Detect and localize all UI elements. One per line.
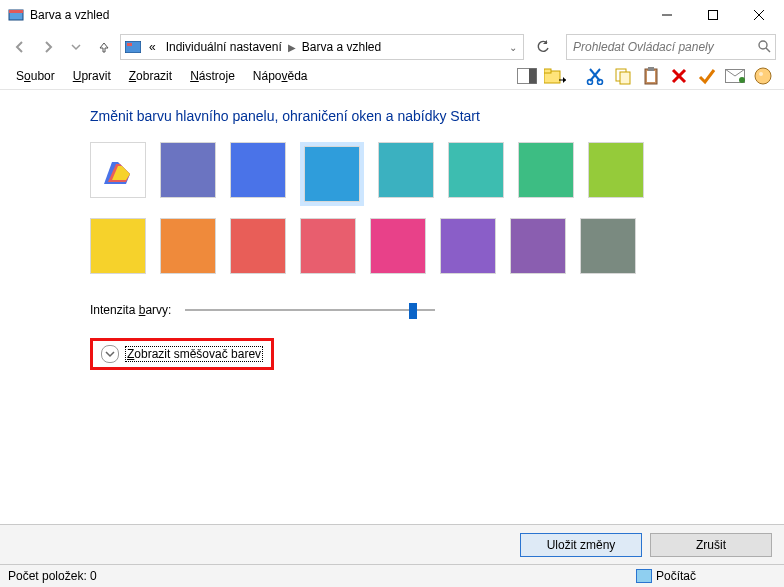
- app-icon: [8, 7, 24, 23]
- svg-point-16: [588, 80, 593, 85]
- computer-icon: [636, 569, 652, 583]
- cancel-button[interactable]: Zrušit: [650, 533, 772, 557]
- color-swatch[interactable]: [580, 218, 636, 274]
- color-swatch[interactable]: [370, 218, 426, 274]
- mail-icon[interactable]: [722, 63, 748, 89]
- menu-help[interactable]: Nápověda: [245, 66, 316, 86]
- svg-rect-7: [127, 43, 132, 46]
- chevron-down-icon[interactable]: ⌄: [505, 40, 521, 55]
- svg-rect-11: [529, 69, 537, 84]
- recent-dropdown[interactable]: [64, 35, 88, 59]
- check-icon[interactable]: [694, 63, 720, 89]
- color-swatch[interactable]: [510, 218, 566, 274]
- item-count-label: Počet položek: 0: [8, 569, 97, 583]
- globe-icon[interactable]: [750, 63, 776, 89]
- breadcrumb[interactable]: « Individuální nastavení ▶ Barva a vzhle…: [120, 34, 524, 60]
- menu-edit[interactable]: Upravit: [65, 66, 119, 86]
- svg-rect-21: [647, 71, 655, 82]
- color-swatch-grid: [90, 142, 784, 274]
- color-swatch[interactable]: [90, 218, 146, 274]
- svg-rect-6: [125, 41, 141, 53]
- color-swatch[interactable]: [378, 142, 434, 198]
- search-input[interactable]: [571, 39, 753, 55]
- copy-icon[interactable]: [610, 63, 636, 89]
- menu-view[interactable]: Zobrazit: [121, 66, 180, 86]
- status-location: Počítač: [636, 569, 776, 583]
- folder-options-icon[interactable]: [542, 63, 568, 89]
- color-swatch[interactable]: [448, 142, 504, 198]
- chevron-down-icon[interactable]: [101, 345, 119, 363]
- svg-point-26: [739, 77, 745, 83]
- svg-point-28: [759, 72, 763, 76]
- svg-rect-3: [709, 11, 718, 20]
- delete-icon[interactable]: [666, 63, 692, 89]
- show-color-mixer-link[interactable]: Zobrazit směšovač barev: [125, 346, 263, 362]
- color-swatch[interactable]: [300, 218, 356, 274]
- svg-rect-1: [9, 10, 23, 13]
- svg-point-17: [598, 80, 603, 85]
- color-swatch[interactable]: [230, 218, 286, 274]
- svg-line-9: [766, 48, 770, 52]
- status-bar: Počet položek: 0 Počítač: [0, 564, 784, 587]
- content: Změnit barvu hlavního panelu, ohraničení…: [0, 90, 784, 370]
- menu-file[interactable]: Soubor: [8, 66, 63, 86]
- search-icon[interactable]: [757, 39, 771, 56]
- paste-icon[interactable]: [638, 63, 664, 89]
- refresh-button[interactable]: [530, 34, 556, 60]
- window-title: Barva a vzhled: [30, 8, 109, 22]
- svg-rect-13: [544, 69, 551, 73]
- slider-thumb[interactable]: [409, 303, 417, 319]
- highlight-box: Zobrazit směšovač barev: [90, 338, 274, 370]
- nav-row: « Individuální nastavení ▶ Barva a vzhle…: [0, 30, 784, 63]
- chevron-right-icon: ▶: [288, 42, 296, 53]
- color-swatch[interactable]: [440, 218, 496, 274]
- page-heading: Změnit barvu hlavního panelu, ohraničení…: [90, 108, 784, 124]
- color-swatch[interactable]: [588, 142, 644, 198]
- svg-rect-19: [620, 72, 630, 84]
- forward-button[interactable]: [36, 35, 60, 59]
- color-swatch[interactable]: [160, 218, 216, 274]
- color-swatch[interactable]: [230, 142, 286, 198]
- color-swatch-auto[interactable]: [90, 142, 146, 198]
- maximize-button[interactable]: [690, 0, 736, 30]
- footer: Uložit změny Zrušit: [0, 524, 784, 565]
- close-button[interactable]: [736, 0, 782, 30]
- menubar: Soubor Upravit Zobrazit Nástroje Nápověd…: [0, 63, 784, 90]
- menu-tools[interactable]: Nástroje: [182, 66, 243, 86]
- svg-rect-22: [648, 67, 654, 71]
- control-panel-icon: [123, 37, 143, 57]
- svg-line-5: [754, 10, 764, 20]
- cut-icon[interactable]: [582, 63, 608, 89]
- up-button[interactable]: [92, 35, 116, 59]
- breadcrumb-item[interactable]: Individuální nastavení: [162, 38, 286, 56]
- back-button[interactable]: [8, 35, 32, 59]
- intensity-label: Intenzita barvy:: [90, 303, 171, 317]
- search-box[interactable]: [566, 34, 776, 60]
- color-swatch[interactable]: [518, 142, 574, 198]
- intensity-row: Intenzita barvy:: [90, 302, 784, 318]
- svg-point-27: [755, 68, 771, 84]
- minimize-button[interactable]: [644, 0, 690, 30]
- intensity-slider[interactable]: [185, 302, 435, 318]
- color-swatch[interactable]: [160, 142, 216, 198]
- breadcrumb-prefix: «: [145, 38, 160, 56]
- save-button[interactable]: Uložit změny: [520, 533, 642, 557]
- preview-pane-icon[interactable]: [514, 63, 540, 89]
- svg-line-4: [754, 10, 764, 20]
- svg-point-8: [759, 41, 767, 49]
- titlebar: Barva a vzhled: [0, 0, 784, 30]
- color-swatch-selected[interactable]: [300, 142, 364, 206]
- breadcrumb-item[interactable]: Barva a vzhled: [298, 38, 385, 56]
